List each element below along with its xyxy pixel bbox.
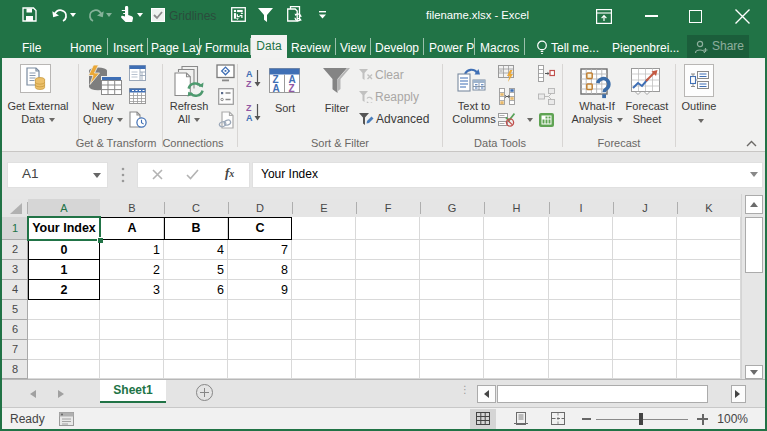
svg-text:A: A [273,83,280,94]
svg-text:A: A [246,113,253,123]
svg-text:A: A [246,69,253,79]
svg-text:Z: Z [289,83,295,94]
svg-text:Z: Z [246,79,252,89]
svg-text:Z: Z [246,103,252,113]
